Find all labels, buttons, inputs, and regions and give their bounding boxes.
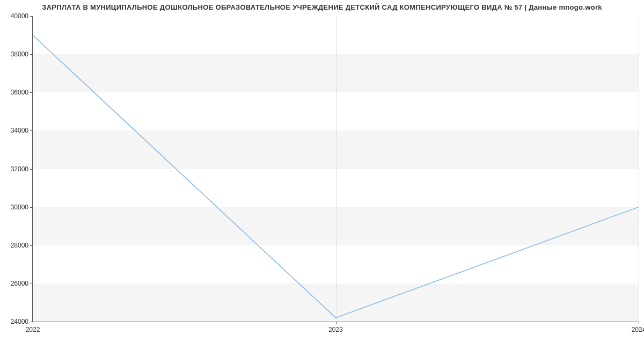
y-tick-label: 36000: [11, 89, 33, 96]
chart-title: ЗАРПЛАТА В МУНИЦИПАЛЬНОЕ ДОШКОЛЬНОЕ ОБРА…: [0, 3, 644, 11]
y-tick-label: 28000: [11, 242, 33, 249]
y-tick-label: 38000: [11, 50, 33, 58]
line-layer: [33, 16, 639, 322]
y-tick-label: 32000: [11, 165, 33, 173]
plot-area: 2022202320242400026000280003000032000340…: [32, 16, 639, 322]
x-tick-label: 2023: [328, 326, 343, 333]
y-tick-label: 34000: [11, 127, 33, 134]
chart-container: ЗАРПЛАТА В МУНИЦИПАЛЬНОЕ ДОШКОЛЬНОЕ ОБРА…: [0, 0, 644, 349]
x-tick-label: 2024: [632, 326, 644, 333]
series-line: [33, 35, 639, 318]
x-tick-label: 2022: [26, 326, 40, 333]
x-tick-mark: [33, 322, 33, 324]
x-tick-mark: [336, 322, 336, 324]
y-tick-label: 40000: [11, 12, 33, 20]
gridline-vertical: [639, 16, 639, 322]
y-tick-label: 30000: [11, 203, 33, 211]
y-tick-label: 24000: [11, 318, 33, 325]
y-tick-label: 26000: [11, 280, 33, 287]
x-tick-mark: [639, 322, 639, 324]
